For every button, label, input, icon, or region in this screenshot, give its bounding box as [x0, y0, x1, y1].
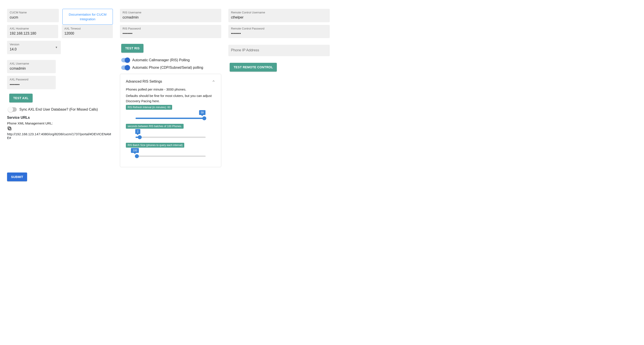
axl-hostname-field[interactable]: AXL Hostname 192.168.123.180 [7, 25, 58, 38]
axl-hostname-label: AXL Hostname [10, 27, 56, 31]
svg-rect-1 [8, 127, 10, 129]
ris-refresh-slider[interactable]: 59 [136, 118, 206, 119]
ris-batch-delay-slider[interactable]: 2 [136, 137, 206, 138]
ris-refresh-slider-wrap: 59 [126, 114, 215, 119]
cucm-name-label: CUCM Name [10, 10, 56, 14]
toggle-knob [8, 107, 13, 112]
ris-username-value: ccmadmin [122, 15, 219, 20]
slider-value-bubble: 100 [131, 148, 139, 153]
ris-batch-size-slider[interactable]: 100 [136, 156, 206, 157]
copy-icon[interactable] [7, 128, 12, 131]
rc-username-field[interactable]: Remote Control Username cthelper [228, 9, 330, 22]
ris-password-label: RIS Password [122, 27, 219, 31]
ris-polling-toggle[interactable] [121, 58, 130, 62]
slider-fill [136, 118, 204, 119]
ris-batch-size-chip: RIS Batch Size (phones to query each int… [126, 143, 184, 148]
rc-password-field[interactable]: Remote Control Password •••••••• [228, 25, 330, 38]
ris-password-field[interactable]: RIS Password •••••••• [120, 25, 221, 38]
sync-axl-toggle-label: Sync AXL End User Database? (For Missed … [20, 107, 98, 111]
slider-value-bubble: 2 [135, 129, 140, 134]
toggle-knob [125, 57, 130, 63]
cucm-name-value: cucm [10, 15, 56, 20]
phone-ip-field[interactable]: Phone IP Address [228, 45, 330, 56]
slider-thumb[interactable]: 2 [138, 135, 142, 139]
slider-thumb[interactable]: 100 [135, 154, 139, 158]
axl-username-label: AXL Username [10, 62, 53, 66]
phone-polling-toggle-label: Automatic Phone (CDP/Subnet/Serial) poll… [132, 66, 203, 70]
chevron-down-icon: ▼ [55, 46, 58, 49]
version-label: Version [10, 42, 58, 46]
axl-timeout-field[interactable]: AXL Timeout 12000 [62, 25, 113, 38]
axl-timeout-value: 12000 [64, 31, 110, 36]
rc-username-value: cthelper [231, 15, 327, 20]
test-axl-button[interactable]: TEST AXL [9, 94, 32, 102]
rc-password-value: •••••••• [231, 31, 327, 36]
ris-password-value: •••••••• [122, 31, 219, 36]
slider-thumb[interactable]: 59 [202, 116, 206, 120]
phone-polling-toggle[interactable] [121, 65, 130, 70]
xml-url-label: Phone XML Management URL: [7, 121, 113, 125]
middle-column: RIS Username ccmadmin RIS Password •••••… [120, 9, 221, 167]
advanced-ris-title: Advanced RIS Settings [126, 79, 162, 83]
axl-username-value: ccmadmin [10, 66, 53, 71]
xml-url-value: http://192.168.123.147:4080/org/8208/cuc… [7, 132, 113, 140]
documentation-link[interactable]: Documentation for CUCM Integration [62, 9, 113, 25]
sync-axl-toggle[interactable] [8, 107, 17, 112]
axl-username-field[interactable]: AXL Username ccmadmin [7, 60, 56, 73]
cucm-name-field[interactable]: CUCM Name cucm [7, 9, 59, 22]
test-ris-button[interactable]: TEST RIS [121, 44, 144, 53]
ris-batch-delay-chip: seconds between RIS batches of 100 Phone… [126, 124, 184, 129]
ris-username-field[interactable]: RIS Username ccmadmin [120, 9, 221, 22]
advanced-ris-desc-1: Phones polled per minute - 3000 phones. [126, 87, 215, 92]
submit-button[interactable]: SUBMIT [7, 172, 27, 181]
axl-timeout-label: AXL Timeout [64, 27, 110, 31]
axl-password-label: AXL Password [10, 77, 53, 81]
svg-rect-0 [8, 128, 11, 130]
rc-password-label: Remote Control Password [231, 27, 327, 31]
rc-username-label: Remote Control Username [231, 10, 327, 14]
advanced-ris-desc-2: Defaults should be fine for most cluters… [126, 93, 215, 103]
ris-batch-delay-slider-wrap: 2 [126, 133, 215, 138]
axl-password-field[interactable]: AXL Password •••••••• [7, 76, 56, 89]
ris-polling-toggle-label: Automatic Callmanager (RIS) Polling [132, 58, 190, 62]
left-column: CUCM Name cucm Documentation for CUCM In… [7, 9, 113, 140]
toggle-knob [125, 65, 130, 70]
advanced-ris-card: Advanced RIS Settings Phones polled per … [120, 74, 221, 167]
version-select[interactable]: Version 14.0 ▼ [7, 41, 61, 54]
ris-batch-size-slider-wrap: 100 [126, 152, 215, 157]
phone-ip-placeholder: Phone IP Address [231, 48, 259, 52]
ris-username-label: RIS Username [122, 10, 219, 14]
service-urls-heading: Service URLs [7, 116, 113, 120]
axl-hostname-value: 192.168.123.180 [10, 31, 56, 36]
slider-value-bubble: 59 [199, 110, 206, 115]
version-value: 14.0 [10, 47, 58, 52]
axl-password-value: •••••••• [10, 82, 53, 87]
ris-refresh-chip: RIS Refresh Interval (in minutes): 60 [126, 105, 172, 110]
chevron-up-icon [212, 79, 215, 84]
right-column: Remote Control Username cthelper Remote … [228, 9, 330, 72]
test-remote-control-button[interactable]: TEST REMOTE CONTROL [230, 63, 277, 72]
advanced-ris-header[interactable]: Advanced RIS Settings [126, 77, 215, 87]
